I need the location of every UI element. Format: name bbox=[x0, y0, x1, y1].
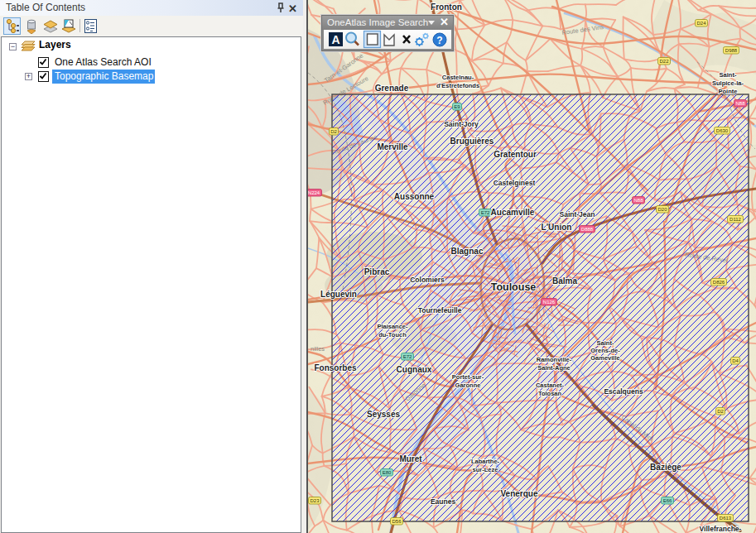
svg-text:D613: D613 bbox=[720, 516, 732, 521]
svg-text:Léguevin: Léguevin bbox=[320, 290, 357, 299]
svg-text:Saint-Jean: Saint-Jean bbox=[560, 210, 595, 218]
svg-text:N224: N224 bbox=[308, 190, 320, 195]
svg-text:Fronton: Fronton bbox=[431, 2, 462, 12]
svg-text:Merville: Merville bbox=[377, 142, 408, 151]
svg-text:Seysses: Seysses bbox=[367, 410, 400, 419]
svg-text:D888: D888 bbox=[581, 227, 594, 232]
svg-text:D22: D22 bbox=[659, 59, 669, 64]
svg-text:D2: D2 bbox=[330, 129, 337, 134]
svg-text:Grenade: Grenade bbox=[375, 84, 409, 93]
svg-text:E66: E66 bbox=[663, 498, 672, 503]
svg-text:D4: D4 bbox=[732, 358, 739, 363]
svg-text:Villefranche-: Villefranche- bbox=[700, 525, 742, 533]
svg-text:Ramonville-: Ramonville- bbox=[537, 356, 572, 363]
svg-text:Balma: Balma bbox=[552, 276, 577, 286]
svg-text:Tolosan: Tolosan bbox=[538, 390, 562, 397]
svg-text:D112: D112 bbox=[730, 217, 742, 222]
svg-text:D20: D20 bbox=[657, 207, 667, 212]
svg-text:Pointe: Pointe bbox=[719, 88, 738, 95]
svg-text:Saint-: Saint- bbox=[720, 71, 737, 79]
svg-text:Blagnac: Blagnac bbox=[451, 247, 484, 256]
svg-text:E80: E80 bbox=[383, 470, 392, 475]
svg-text:?: ? bbox=[436, 35, 442, 46]
svg-text:L'Union: L'Union bbox=[542, 223, 572, 232]
svg-text:Saint-Agne: Saint-Agne bbox=[537, 364, 571, 372]
svg-text:Colomiers: Colomiers bbox=[410, 276, 445, 284]
svg-text:D23: D23 bbox=[310, 498, 320, 503]
svg-text:Labarthe-: Labarthe- bbox=[471, 458, 500, 465]
svg-text:D988: D988 bbox=[725, 48, 738, 53]
svg-text:Venerque: Venerque bbox=[500, 489, 537, 498]
svg-text:Tournefeuille: Tournefeuille bbox=[418, 306, 462, 315]
svg-text:Aussonne: Aussonne bbox=[394, 192, 435, 201]
svg-text:D2: D2 bbox=[717, 409, 724, 414]
svg-text:N88: N88 bbox=[633, 198, 643, 203]
svg-text:Gameville: Gameville bbox=[590, 354, 619, 362]
svg-text:Plaisance-: Plaisance- bbox=[377, 323, 408, 330]
svg-text:Bruguières: Bruguières bbox=[450, 137, 494, 146]
svg-text:Eaunes: Eaunes bbox=[431, 497, 456, 506]
svg-text:Gratentour: Gratentour bbox=[494, 150, 537, 159]
svg-text:Castelnau-: Castelnau- bbox=[442, 74, 474, 81]
svg-text:Castanet-: Castanet- bbox=[536, 382, 565, 389]
svg-text:E72: E72 bbox=[481, 210, 490, 215]
svg-text:D630: D630 bbox=[716, 128, 729, 133]
svg-text:Saint-Jory: Saint-Jory bbox=[444, 120, 479, 128]
svg-text:D56: D56 bbox=[392, 519, 402, 524]
svg-text:Muret: Muret bbox=[399, 454, 422, 463]
svg-text:E72: E72 bbox=[403, 354, 412, 359]
svg-text:D24: D24 bbox=[696, 21, 706, 26]
svg-text:Escalquens: Escalquens bbox=[604, 387, 643, 396]
svg-text:du-Touch: du-Touch bbox=[378, 331, 407, 339]
svg-text:N88: N88 bbox=[735, 101, 745, 106]
svg-text:A: A bbox=[331, 33, 339, 46]
svg-text:Baziège: Baziège bbox=[650, 463, 681, 472]
svg-text:Sulpice-la-: Sulpice-la- bbox=[712, 79, 744, 87]
svg-text:Castelginest: Castelginest bbox=[494, 179, 536, 187]
svg-text:D826: D826 bbox=[713, 280, 725, 285]
svg-text:Portet-sur-: Portet-sur- bbox=[452, 373, 484, 381]
svg-text:Pibrac: Pibrac bbox=[364, 267, 390, 276]
svg-text:Saint-: Saint- bbox=[597, 339, 614, 347]
svg-text:Aucamville: Aucamville bbox=[491, 208, 535, 217]
svg-text:Toulouse: Toulouse bbox=[491, 281, 537, 293]
svg-text:sur-Lèze: sur-Lèze bbox=[473, 466, 498, 473]
svg-text:d'Estretefonds: d'Estretefonds bbox=[436, 82, 479, 89]
svg-text:E9: E9 bbox=[454, 104, 460, 109]
svg-text:N126: N126 bbox=[543, 300, 556, 305]
svg-text:Orens-de-: Orens-de- bbox=[590, 347, 620, 354]
svg-text:Garonne: Garonne bbox=[455, 382, 481, 389]
svg-text:Cugnaux: Cugnaux bbox=[397, 365, 432, 374]
svg-text:Fonsorbes: Fonsorbes bbox=[314, 363, 357, 372]
